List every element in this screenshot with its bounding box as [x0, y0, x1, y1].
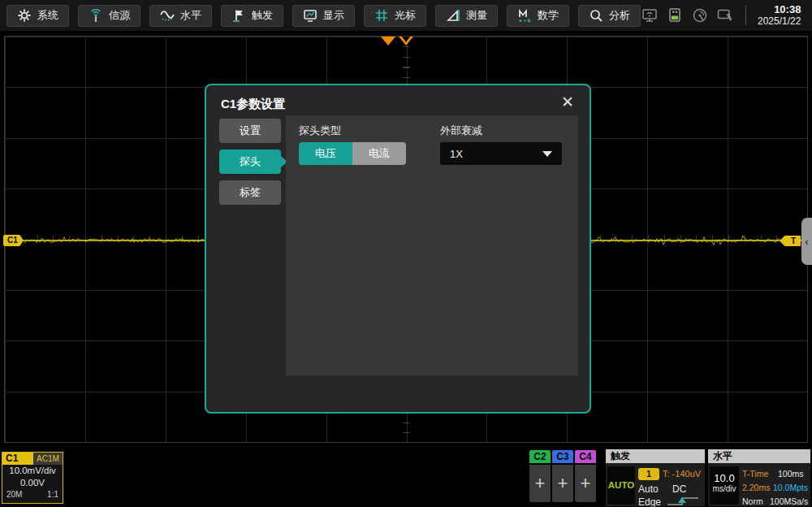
toolbar-button-label: 水平 — [180, 8, 201, 23]
cursor-icon — [374, 8, 389, 23]
toolbar-button-label: 显示 — [323, 8, 344, 23]
t-time-label: T-Time — [742, 469, 768, 479]
bottom-status-bar: C1 AC1M 10.0mV/div 0.00V 20M 1:1 C2+C3+C… — [0, 448, 812, 507]
toolbar-right-cluster: 10:38 2025/1/22 ZTMI — [641, 3, 812, 28]
c1-settings-dialog: C1参数设置 ✕ 设置探头标签 探头类型 电压电流 外部衰减 1X — [205, 84, 591, 414]
channel1-scale: 10.0mV/div — [2, 465, 63, 477]
display-icon — [303, 8, 317, 23]
toolbar-button-trigger[interactable]: 触发 — [221, 5, 283, 27]
toolbar-button-label: 光标 — [395, 8, 416, 23]
t-time-value: 100ms — [778, 469, 804, 479]
touch-icon[interactable] — [691, 6, 709, 24]
trigger-sweep-mode: Auto — [638, 483, 659, 495]
chevron-down-icon — [542, 151, 552, 157]
toolbar-button-label: 数学 — [538, 8, 559, 23]
trigger-source-badge: 1 — [638, 468, 659, 480]
channel-name-badge: C3 — [552, 450, 573, 463]
clock-time: 10:38 — [758, 4, 801, 15]
toolbar-button-cursor[interactable]: 光标 — [364, 5, 426, 27]
brand-logo: ZTMI — [809, 3, 812, 28]
toolbar-button-label: 系统 — [37, 8, 58, 23]
toolbar-buttons: 系统信源水平触发显示光标测量数学分析 — [6, 5, 641, 27]
horizontal-scale-value: 10.0 — [710, 472, 739, 484]
toolbar-button-source[interactable]: 信源 — [78, 5, 140, 27]
add-channel-button[interactable]: + — [575, 465, 596, 502]
trigger-level-value: T: -140uV — [663, 469, 701, 479]
dialog-content-panel: 探头类型 电压电流 外部衰减 1X — [286, 115, 578, 375]
edge-rising-icon — [666, 495, 700, 506]
status-icons — [641, 6, 734, 24]
math-icon — [517, 8, 532, 23]
acquisition-mode: Norm — [742, 496, 763, 506]
channel1-bandwidth: 20M — [6, 489, 22, 500]
channel-name-badge: C2 — [529, 450, 551, 463]
channel-name-badge: C4 — [575, 450, 596, 463]
channel1-footer: 20M 1:1 — [2, 489, 63, 500]
top-toolbar: 系统信源水平触发显示光标测量数学分析 10:38 2025/1/22 ZTMI — [0, 0, 812, 31]
dialog-tab-探头[interactable]: 探头 — [219, 150, 281, 174]
channel1-name: C1 — [2, 453, 33, 465]
network-icon[interactable] — [641, 6, 659, 24]
horizontal-panel-title: 水平 — [708, 449, 810, 463]
gesture-icon[interactable] — [716, 6, 734, 24]
trigger-coupling: DC — [672, 483, 686, 495]
external-attenuation-value: 1X — [450, 148, 463, 160]
external-attenuation-dropdown[interactable]: 1X — [440, 142, 562, 165]
toolbar-button-label: 信源 — [109, 8, 130, 23]
toolbar-divider — [745, 6, 746, 25]
trigger-mode-box: AUTO — [607, 466, 635, 505]
measure-icon — [446, 8, 460, 23]
channel1-probe-ratio: 1:1 — [47, 489, 58, 500]
oscilloscope-screen: 系统信源水平触发显示光标测量数学分析 10:38 2025/1/22 ZTMI … — [0, 0, 812, 507]
trigger-panel-title: 触发 — [606, 449, 705, 463]
gear-icon — [17, 8, 32, 23]
trigger-panel[interactable]: 触发 AUTO 1 Auto Edge T: -140uV DC — [606, 449, 705, 506]
toolbar-button-gear[interactable]: 系统 — [6, 5, 69, 27]
add-channel-button[interactable]: + — [552, 465, 573, 502]
probe-type-label: 探头类型 — [299, 124, 341, 138]
horizontal-panel[interactable]: 水平 10.0 ms/div T-Time 100ms 2.20ms 10.0M… — [708, 449, 810, 506]
clock: 10:38 2025/1/22 — [758, 4, 801, 26]
dialog-tabs: 设置探头标签 — [219, 119, 283, 211]
horizontal-scale-box: 10.0 ms/div — [710, 466, 739, 505]
horizontal-scale-unit: ms/div — [710, 484, 739, 494]
toolbar-button-analyze[interactable]: 分析 — [578, 5, 641, 27]
toolbar-button-label: 测量 — [466, 8, 487, 23]
toolbar-button-measure[interactable]: 测量 — [435, 5, 498, 27]
toolbar-button-horizontal[interactable]: 水平 — [149, 5, 212, 27]
dialog-tab-标签[interactable]: 标签 — [219, 180, 281, 205]
probe-type-option-电流[interactable]: 电流 — [352, 142, 406, 165]
trigger-icon — [231, 8, 246, 23]
toolbar-button-math[interactable]: 数学 — [507, 5, 569, 27]
channel1-header: C1 AC1M — [2, 453, 63, 465]
usb-icon[interactable] — [666, 6, 684, 24]
channel-off-C4[interactable]: C4+ — [575, 450, 596, 502]
channel1-offset: 0.00V — [2, 477, 63, 489]
toolbar-button-display[interactable]: 显示 — [292, 5, 355, 27]
source-icon — [89, 8, 103, 23]
horizontal-icon — [160, 8, 175, 23]
external-attenuation-label: 外部衰减 — [440, 124, 482, 138]
sample-rate: 100MSa/s — [770, 496, 808, 506]
probe-type-toggle: 电压电流 — [299, 142, 406, 165]
side-panel-handle[interactable]: ‹ — [801, 218, 812, 265]
memory-depth: 10.0Mpts — [773, 483, 808, 492]
dialog-title: C1参数设置 — [221, 97, 285, 112]
dialog-tab-设置[interactable]: 设置 — [219, 119, 281, 143]
toolbar-button-label: 分析 — [609, 8, 630, 23]
channel1-info-box[interactable]: C1 AC1M 10.0mV/div 0.00V 20M 1:1 — [2, 452, 63, 504]
horizontal-delay: 2.20ms — [742, 483, 770, 492]
trigger-type: Edge — [638, 496, 661, 507]
add-channel-button[interactable]: + — [529, 465, 551, 502]
analyze-icon — [589, 8, 603, 23]
channel-off-C3[interactable]: C3+ — [552, 450, 573, 502]
trigger-delay-marker-inner — [402, 37, 410, 42]
clock-date: 2025/1/22 — [758, 16, 801, 27]
trigger-position-marker-icon[interactable] — [381, 37, 395, 46]
channel1-position-tag[interactable]: C1 — [3, 235, 24, 246]
channel1-coupling-badge: AC1M — [33, 453, 63, 465]
channel-off-C2[interactable]: C2+ — [529, 450, 551, 502]
probe-type-option-电压[interactable]: 电压 — [299, 142, 352, 165]
toolbar-button-label: 触发 — [252, 8, 273, 23]
dialog-close-icon[interactable]: ✕ — [557, 92, 578, 113]
